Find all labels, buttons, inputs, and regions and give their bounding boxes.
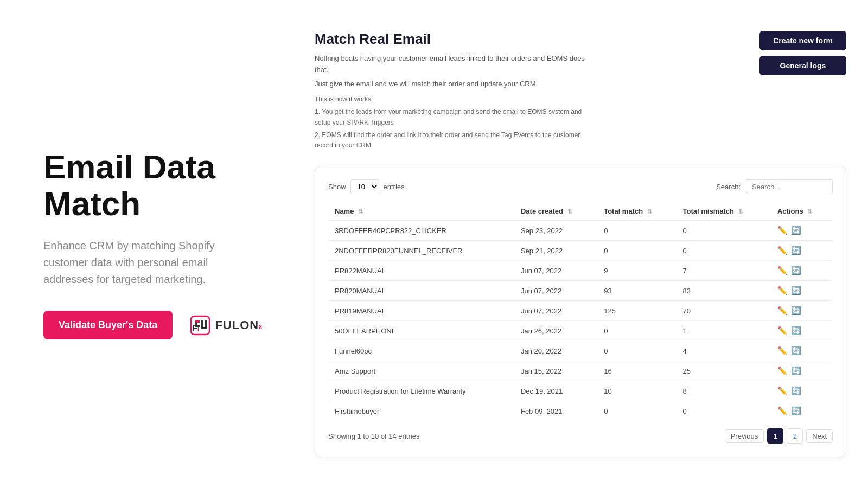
show-entries-control: Show 10 25 50 entries [328, 179, 405, 194]
entries-select[interactable]: 10 25 50 [350, 179, 379, 194]
edit-icon[interactable]: ✏️ [777, 366, 788, 376]
refresh-icon[interactable]: 🔄 [791, 306, 801, 316]
cell-name: 3RDOFFER40PCPR822_CLICKER [328, 220, 514, 241]
col-match: Total match ⇅ [597, 203, 676, 220]
cell-match: 0 [597, 401, 676, 421]
left-bottom-row: Validate Buyer's Data F i FULON 8 [43, 311, 260, 339]
refresh-icon[interactable]: 🔄 [791, 406, 801, 416]
refresh-icon[interactable]: 🔄 [791, 386, 801, 396]
section-title: Match Real Email [315, 31, 586, 48]
cell-mismatch: 0 [676, 401, 771, 421]
table-row: PR820MANUAL Jun 07, 2022 93 83 ✏️ 🔄 [328, 281, 833, 301]
table-body: 3RDOFFER40PCPR822_CLICKER Sep 23, 2022 0… [328, 220, 833, 421]
table-row: 50OFFEARPHONE Jan 26, 2022 0 1 ✏️ 🔄 [328, 321, 833, 341]
logo-dot: 8 [259, 324, 262, 330]
edit-icon[interactable]: ✏️ [777, 346, 788, 356]
next-button[interactable]: Next [806, 429, 833, 443]
validate-button[interactable]: Validate Buyer's Data [43, 311, 173, 339]
create-new-form-button[interactable]: Create new form [760, 31, 846, 50]
prev-button[interactable]: Previous [725, 429, 764, 443]
cell-match: 9 [597, 261, 676, 281]
refresh-icon[interactable]: 🔄 [791, 346, 801, 356]
cell-actions: ✏️ 🔄 [771, 261, 833, 281]
refresh-icon[interactable]: 🔄 [791, 326, 801, 336]
right-panel: Match Real Email Nothing beats having yo… [304, 0, 868, 488]
cell-mismatch: 4 [676, 341, 771, 361]
table-controls: Show 10 25 50 entries Search: [328, 179, 833, 194]
svg-text:F: F [192, 324, 197, 333]
cell-actions: ✏️ 🔄 [771, 381, 833, 401]
edit-icon[interactable]: ✏️ [777, 246, 788, 255]
cell-mismatch: 7 [676, 261, 771, 281]
cell-actions: ✏️ 🔄 [771, 301, 833, 321]
cell-date: Jan 15, 2022 [514, 361, 597, 381]
cell-mismatch: 70 [676, 301, 771, 321]
step-2: 2. EOMS will find the order and link it … [315, 130, 586, 151]
action-buttons: Create new form General logs [760, 31, 846, 75]
cell-date: Jun 07, 2022 [514, 281, 597, 301]
refresh-icon[interactable]: 🔄 [791, 266, 801, 275]
edit-icon[interactable]: ✏️ [777, 266, 788, 275]
main-headline: Email Data Match [43, 149, 260, 222]
edit-icon[interactable]: ✏️ [777, 386, 788, 396]
refresh-icon[interactable]: 🔄 [791, 286, 801, 296]
info-block: Match Real Email Nothing beats having yo… [315, 31, 586, 153]
show-label: Show [328, 183, 346, 191]
refresh-icon[interactable]: 🔄 [791, 366, 801, 376]
cell-name: 2NDOFFERPR820FUNNEL_RECEIVER [328, 241, 514, 261]
page-2[interactable]: 2 [787, 428, 803, 444]
entries-label: entries [384, 183, 405, 191]
cell-date: Jun 07, 2022 [514, 301, 597, 321]
table-row: 2NDOFFERPR820FUNNEL_RECEIVER Sep 21, 202… [328, 241, 833, 261]
cell-name: Firsttimebuyer [328, 401, 514, 421]
cell-date: Dec 19, 2021 [514, 381, 597, 401]
cell-actions: ✏️ 🔄 [771, 281, 833, 301]
refresh-icon[interactable]: 🔄 [791, 226, 801, 235]
table-card: Show 10 25 50 entries Search: Name ⇅ Dat… [315, 166, 846, 457]
edit-icon[interactable]: ✏️ [777, 406, 788, 416]
edit-icon[interactable]: ✏️ [777, 326, 788, 336]
edit-icon[interactable]: ✏️ [777, 306, 788, 316]
svg-rect-1 [195, 320, 200, 323]
edit-icon[interactable]: ✏️ [777, 286, 788, 296]
cell-actions: ✏️ 🔄 [771, 241, 833, 261]
table-row: Funnel60pc Jan 20, 2022 0 4 ✏️ 🔄 [328, 341, 833, 361]
how-it-works-label: This is how it works: [315, 94, 586, 105]
step-1: 1. You get the leads from your marketing… [315, 107, 586, 127]
general-logs-button[interactable]: General logs [760, 56, 846, 75]
logo-name: FULON [215, 318, 259, 332]
data-table: Name ⇅ Date created ⇅ Total match ⇅ Tota… [328, 203, 833, 421]
cell-match: 0 [597, 241, 676, 261]
cell-date: Sep 21, 2022 [514, 241, 597, 261]
page-1[interactable]: 1 [767, 428, 783, 444]
refresh-icon[interactable]: 🔄 [791, 246, 801, 255]
fulon-logo: F i FULON 8 [190, 315, 261, 336]
cell-match: 16 [597, 361, 676, 381]
cell-date: Jan 20, 2022 [514, 341, 597, 361]
cell-name: PR819MANUAL [328, 301, 514, 321]
table-header-row: Name ⇅ Date created ⇅ Total match ⇅ Tota… [328, 203, 833, 220]
table-row: Product Registration for Lifetime Warran… [328, 381, 833, 401]
main-subtext: Enhance CRM by matching Shopify customer… [43, 237, 260, 288]
cell-actions: ✏️ 🔄 [771, 321, 833, 341]
cell-date: Sep 23, 2022 [514, 220, 597, 241]
search-label: Search: [716, 183, 741, 191]
cell-actions: ✏️ 🔄 [771, 361, 833, 381]
cell-name: Funnel60pc [328, 341, 514, 361]
edit-icon[interactable]: ✏️ [777, 226, 788, 235]
cell-mismatch: 0 [676, 220, 771, 241]
cell-actions: ✏️ 🔄 [771, 401, 833, 421]
how-it-works: This is how it works: 1. You get the lea… [315, 94, 586, 151]
pagination: Previous 1 2 Next [725, 428, 833, 444]
table-row: Firsttimebuyer Feb 09, 2021 0 0 ✏️ 🔄 [328, 401, 833, 421]
showing-entries: Showing 1 to 10 of 14 entries [328, 432, 419, 440]
cell-mismatch: 83 [676, 281, 771, 301]
search-input[interactable] [746, 179, 833, 194]
description-2: Just give the email and we will match th… [315, 79, 586, 90]
cell-name: Product Registration for Lifetime Warran… [328, 381, 514, 401]
cell-date: Jun 07, 2022 [514, 261, 597, 281]
cell-match: 10 [597, 381, 676, 401]
cell-date: Feb 09, 2021 [514, 401, 597, 421]
search-area: Search: [716, 179, 833, 194]
table-row: 3RDOFFER40PCPR822_CLICKER Sep 23, 2022 0… [328, 220, 833, 241]
